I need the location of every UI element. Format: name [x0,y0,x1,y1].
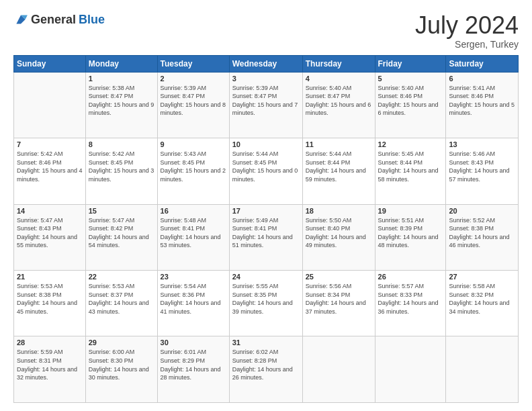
day-number: 23 [161,273,226,281]
day-info: Sunrise: 5:42 AM Sunset: 8:45 PM Dayligh… [89,150,154,183]
day-number: 26 [378,273,443,281]
day-cell: 26Sunrise: 5:57 AM Sunset: 8:33 PM Dayli… [375,271,446,336]
month-title: July 2024 [415,12,519,39]
day-cell: 29Sunrise: 6:00 AM Sunset: 8:30 PM Dayli… [85,336,157,403]
day-cell: 25Sunrise: 5:56 AM Sunset: 8:34 PM Dayli… [302,271,375,336]
day-cell [302,336,375,403]
day-header-tuesday: Tuesday [157,55,229,72]
day-info: Sunrise: 5:56 AM Sunset: 8:34 PM Dayligh… [306,282,372,316]
day-number: 13 [449,140,515,148]
day-cell [14,72,86,138]
day-cell: 13Sunrise: 5:46 AM Sunset: 8:43 PM Dayli… [446,138,519,204]
location-title: Sergen, Turkey [415,39,519,50]
day-cell: 3Sunrise: 5:39 AM Sunset: 8:47 PM Daylig… [229,72,302,138]
day-header-thursday: Thursday [302,55,375,72]
day-cell: 18Sunrise: 5:50 AM Sunset: 8:40 PM Dayli… [302,204,375,270]
day-cell: 30Sunrise: 6:01 AM Sunset: 8:29 PM Dayli… [157,336,229,403]
day-number: 3 [232,75,300,83]
day-cell: 7Sunrise: 5:42 AM Sunset: 8:46 PM Daylig… [14,138,86,204]
day-number: 17 [232,207,300,215]
day-cell: 27Sunrise: 5:58 AM Sunset: 8:32 PM Dayli… [446,271,519,336]
week-row-5: 28Sunrise: 5:59 AM Sunset: 8:31 PM Dayli… [14,336,519,403]
day-cell: 9Sunrise: 5:43 AM Sunset: 8:45 PM Daylig… [157,138,229,204]
day-cell: 4Sunrise: 5:40 AM Sunset: 8:47 PM Daylig… [302,72,375,138]
day-info: Sunrise: 5:47 AM Sunset: 8:43 PM Dayligh… [17,216,83,250]
day-cell: 15Sunrise: 5:47 AM Sunset: 8:42 PM Dayli… [85,204,157,270]
day-cell: 5Sunrise: 5:40 AM Sunset: 8:46 PM Daylig… [375,72,446,138]
day-number: 4 [306,75,372,83]
day-cell: 16Sunrise: 5:48 AM Sunset: 8:41 PM Dayli… [157,204,229,270]
logo: GeneralBlue [13,12,105,27]
day-info: Sunrise: 5:42 AM Sunset: 8:46 PM Dayligh… [17,150,83,183]
calendar-table: SundayMondayTuesdayWednesdayThursdayFrid… [13,55,519,403]
day-number: 11 [306,140,372,148]
day-number: 24 [232,273,300,281]
logo-icon [13,12,28,27]
day-cell: 10Sunrise: 5:44 AM Sunset: 8:45 PM Dayli… [229,138,302,204]
header-row: SundayMondayTuesdayWednesdayThursdayFrid… [14,55,519,72]
day-number: 7 [17,140,83,148]
day-cell [446,336,519,403]
day-cell: 24Sunrise: 5:55 AM Sunset: 8:35 PM Dayli… [229,271,302,336]
day-cell: 2Sunrise: 5:39 AM Sunset: 8:47 PM Daylig… [157,72,229,138]
day-number: 20 [449,207,515,215]
day-header-sunday: Sunday [14,55,86,72]
day-number: 27 [449,273,515,281]
day-info: Sunrise: 5:44 AM Sunset: 8:45 PM Dayligh… [232,150,300,183]
day-info: Sunrise: 5:54 AM Sunset: 8:36 PM Dayligh… [161,282,226,316]
day-header-monday: Monday [85,55,157,72]
day-info: Sunrise: 5:59 AM Sunset: 8:31 PM Dayligh… [17,348,83,381]
day-number: 16 [161,207,226,215]
day-cell: 1Sunrise: 5:38 AM Sunset: 8:47 PM Daylig… [85,72,157,138]
day-cell: 22Sunrise: 5:53 AM Sunset: 8:37 PM Dayli… [85,271,157,336]
day-number: 31 [232,338,300,347]
day-info: Sunrise: 5:49 AM Sunset: 8:41 PM Dayligh… [232,216,300,250]
day-cell: 21Sunrise: 5:53 AM Sunset: 8:38 PM Dayli… [14,271,86,336]
day-number: 10 [232,140,300,148]
day-info: Sunrise: 5:58 AM Sunset: 8:32 PM Dayligh… [449,282,515,316]
day-cell [375,336,446,403]
day-cell: 8Sunrise: 5:42 AM Sunset: 8:45 PM Daylig… [85,138,157,204]
day-header-wednesday: Wednesday [229,55,302,72]
day-cell: 14Sunrise: 5:47 AM Sunset: 8:43 PM Dayli… [14,204,86,270]
day-number: 29 [89,338,154,347]
day-number: 22 [89,273,154,281]
day-info: Sunrise: 5:44 AM Sunset: 8:44 PM Dayligh… [306,150,372,183]
day-cell: 17Sunrise: 5:49 AM Sunset: 8:41 PM Dayli… [229,204,302,270]
day-cell: 11Sunrise: 5:44 AM Sunset: 8:44 PM Dayli… [302,138,375,204]
calendar-body: 1Sunrise: 5:38 AM Sunset: 8:47 PM Daylig… [14,72,519,402]
day-info: Sunrise: 5:38 AM Sunset: 8:47 PM Dayligh… [89,84,154,118]
day-info: Sunrise: 6:01 AM Sunset: 8:29 PM Dayligh… [161,348,226,381]
title-block: July 2024 Sergen, Turkey [415,12,519,50]
week-row-3: 14Sunrise: 5:47 AM Sunset: 8:43 PM Dayli… [14,204,519,270]
day-header-saturday: Saturday [446,55,519,72]
day-header-friday: Friday [375,55,446,72]
day-info: Sunrise: 5:53 AM Sunset: 8:38 PM Dayligh… [17,282,83,316]
day-number: 6 [449,75,515,83]
day-number: 14 [17,207,83,215]
day-info: Sunrise: 5:55 AM Sunset: 8:35 PM Dayligh… [232,282,300,316]
day-number: 1 [89,75,154,83]
day-info: Sunrise: 5:47 AM Sunset: 8:42 PM Dayligh… [89,216,154,250]
day-number: 2 [161,75,226,83]
day-number: 5 [378,75,443,83]
calendar: SundayMondayTuesdayWednesdayThursdayFrid… [13,55,519,403]
day-number: 28 [17,338,83,347]
day-info: Sunrise: 5:43 AM Sunset: 8:45 PM Dayligh… [161,150,226,183]
day-cell: 6Sunrise: 5:41 AM Sunset: 8:46 PM Daylig… [446,72,519,138]
day-cell: 28Sunrise: 5:59 AM Sunset: 8:31 PM Dayli… [14,336,86,403]
header: GeneralBlue July 2024 Sergen, Turkey [13,12,519,50]
week-row-4: 21Sunrise: 5:53 AM Sunset: 8:38 PM Dayli… [14,271,519,336]
day-number: 12 [378,140,443,148]
day-cell: 19Sunrise: 5:51 AM Sunset: 8:39 PM Dayli… [375,204,446,270]
day-cell: 23Sunrise: 5:54 AM Sunset: 8:36 PM Dayli… [157,271,229,336]
week-row-1: 1Sunrise: 5:38 AM Sunset: 8:47 PM Daylig… [14,72,519,138]
day-info: Sunrise: 5:39 AM Sunset: 8:47 PM Dayligh… [232,84,300,118]
day-number: 18 [306,207,372,215]
day-number: 21 [17,273,83,281]
day-number: 9 [161,140,226,148]
day-info: Sunrise: 5:51 AM Sunset: 8:39 PM Dayligh… [378,216,443,250]
day-info: Sunrise: 5:39 AM Sunset: 8:47 PM Dayligh… [161,84,226,118]
day-info: Sunrise: 5:53 AM Sunset: 8:37 PM Dayligh… [89,282,154,316]
day-info: Sunrise: 5:50 AM Sunset: 8:40 PM Dayligh… [306,216,372,250]
